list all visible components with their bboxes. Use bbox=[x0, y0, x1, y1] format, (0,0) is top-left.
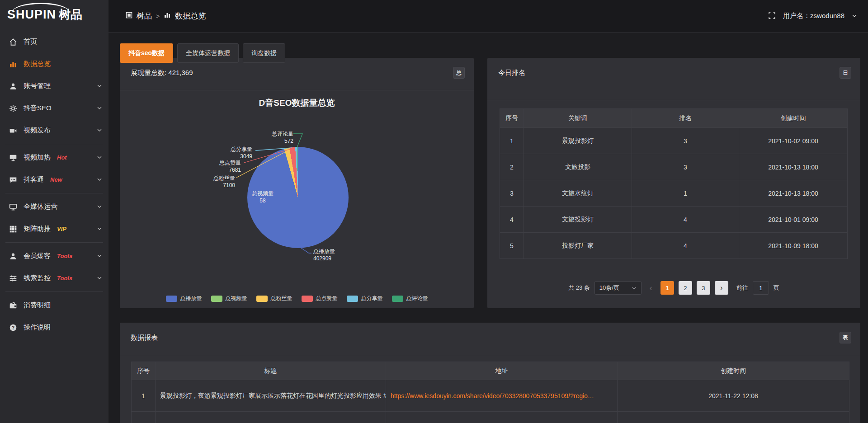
tab-inquiry-data[interactable]: 询盘数据 bbox=[243, 43, 285, 63]
video-url-link[interactable]: https://www.iesdouyin.com/share/video/70… bbox=[391, 392, 594, 400]
table-row[interactable]: 4 文旅投影灯 4 2021-10-01 09:00 bbox=[500, 207, 848, 233]
bar-chart-icon bbox=[164, 11, 171, 21]
legend-item-likes[interactable]: 总点赞量 bbox=[302, 295, 338, 302]
new-badge: New bbox=[50, 176, 62, 183]
pie-label-plays: 总播放量402909 bbox=[313, 248, 335, 262]
legend-item-fans[interactable]: 总粉丝量 bbox=[256, 295, 292, 302]
chat-bubble-icon bbox=[9, 176, 17, 184]
col-rank: 排名 bbox=[632, 109, 739, 128]
sidebar-item-media-ops[interactable]: 全媒体运营 bbox=[0, 196, 108, 218]
screen-icon bbox=[9, 154, 17, 162]
vip-badge: VIP bbox=[57, 226, 66, 232]
sidebar-item-video-heat[interactable]: 视频加热 Hot bbox=[0, 146, 108, 169]
chevron-down-icon bbox=[97, 225, 102, 233]
sidebar-divider bbox=[5, 193, 103, 193]
app-logo[interactable]: SHUPIN 树品 bbox=[0, 0, 108, 29]
sidebar-item-matrix-boost[interactable]: 矩阵助推 VIP bbox=[0, 218, 108, 240]
sidebar-item-help[interactable]: ? 操作说明 bbox=[0, 316, 108, 338]
sidebar-item-data-overview[interactable]: 数据总览 bbox=[0, 53, 108, 75]
sidebar-item-label: 操作说明 bbox=[24, 323, 51, 332]
tab-douyin-seo-data[interactable]: 抖音seo数据 bbox=[120, 43, 173, 63]
sidebar-item-douyin-seo[interactable]: 抖音SEO bbox=[0, 97, 108, 119]
breadcrumb: 树品 > 数据总览 bbox=[126, 11, 206, 21]
sidebar-item-label: 抖客通 bbox=[24, 175, 44, 184]
question-circle-icon: ? bbox=[9, 324, 17, 332]
sidebar-item-lead-monitor[interactable]: 线索监控 Tools bbox=[0, 267, 108, 289]
tab-media-ops-data[interactable]: 全媒体运营数据 bbox=[177, 43, 239, 63]
table-row[interactable]: 1 景观投影灯 3 2021-10-02 09:00 bbox=[500, 128, 848, 154]
page-button-3[interactable]: 3 bbox=[697, 281, 710, 295]
pagination: 共 23 条 10条/页 ‹ 1 2 3 › 前往 页 bbox=[487, 281, 860, 295]
user-menu-chevron-icon[interactable] bbox=[852, 12, 857, 20]
legend-swatch bbox=[256, 296, 268, 302]
col-created: 创建时间 bbox=[618, 362, 849, 380]
pie-label-fans: 总粉丝量7100 bbox=[213, 174, 235, 189]
chevron-down-icon bbox=[97, 274, 102, 282]
sidebar-divider bbox=[5, 242, 103, 243]
sidebar-item-label: 全媒体运营 bbox=[24, 202, 57, 211]
sidebar-item-video-publish[interactable]: 视频发布 bbox=[0, 119, 108, 141]
tools-badge: Tools bbox=[57, 253, 72, 259]
ranking-table: 序号 关键词 排名 创建时间 1 景观投影灯 3 2021-10-02 09:0… bbox=[500, 108, 848, 259]
grid-icon bbox=[9, 225, 17, 233]
svg-text:?: ? bbox=[12, 325, 14, 330]
legend-swatch bbox=[211, 296, 222, 302]
logo-arc-decoration bbox=[12, 3, 70, 13]
sidebar-nav: 首页 数据总览 账号管理 抖音SEO bbox=[0, 29, 108, 338]
table-header-row: 序号 标题 地址 创建时间 bbox=[132, 362, 849, 380]
ranking-panel-title: 今日排名 bbox=[498, 69, 525, 77]
sidebar-item-accounts[interactable]: 账号管理 bbox=[0, 75, 108, 97]
goto-unit-label: 页 bbox=[774, 284, 779, 292]
fullscreen-icon[interactable] bbox=[768, 12, 776, 21]
next-page-button[interactable]: › bbox=[715, 281, 728, 295]
sidebar-item-label: 抖音SEO bbox=[24, 104, 52, 113]
page-button-1[interactable]: 1 bbox=[660, 281, 674, 295]
goto-page-input[interactable] bbox=[753, 281, 769, 295]
total-count-label: 共 23 条 bbox=[568, 284, 590, 292]
table-row bbox=[132, 412, 849, 423]
col-keyword: 关键词 bbox=[524, 109, 632, 128]
bar-chart-icon bbox=[9, 60, 17, 68]
legend-swatch bbox=[302, 296, 313, 302]
table-row[interactable]: 5 投影灯厂家 4 2021-10-09 18:00 bbox=[500, 233, 848, 259]
sidebar-divider bbox=[5, 291, 103, 292]
page-size-select[interactable]: 10条/页 bbox=[594, 281, 642, 295]
total-mode-button[interactable]: 总 bbox=[453, 67, 465, 79]
breadcrumb-current: 数据总览 bbox=[175, 11, 206, 21]
sidebar-item-label: 线索监控 bbox=[24, 274, 51, 282]
sidebar-item-label: 会员爆客 bbox=[24, 252, 51, 260]
sidebar-item-douketong[interactable]: 抖客通 New bbox=[0, 169, 108, 191]
col-title: 标题 bbox=[156, 362, 386, 380]
table-mode-button[interactable]: 表 bbox=[840, 332, 851, 343]
table-row[interactable]: 1 景观投影灯，夜游景观投影灯厂家展示展示落花灯在花园里的灯光投影应用效果 # … bbox=[132, 380, 849, 412]
username-label[interactable]: 用户名：zswodun88 bbox=[783, 12, 844, 20]
chevron-down-icon bbox=[632, 286, 637, 291]
top-header: 树品 > 数据总览 用户名：zswodun88 bbox=[108, 0, 868, 33]
sidebar-item-member-burst[interactable]: 会员爆客 Tools bbox=[0, 245, 108, 267]
monitor-icon bbox=[9, 203, 17, 211]
chevron-down-icon bbox=[97, 154, 102, 162]
table-row[interactable]: 3 文旅水纹灯 1 2021-10-13 18:00 bbox=[500, 180, 848, 207]
sidebar-item-label: 数据总览 bbox=[24, 60, 51, 68]
chevron-down-icon bbox=[97, 127, 102, 135]
legend-item-plays[interactable]: 总播放量 bbox=[166, 295, 202, 302]
wallet-icon bbox=[9, 301, 17, 310]
chevron-down-icon bbox=[97, 104, 102, 113]
report-table: 序号 标题 地址 创建时间 1 景观投影灯，夜游景观投影灯厂家展示展示落花灯在花… bbox=[131, 362, 849, 423]
home-icon bbox=[9, 38, 17, 46]
prev-page-button[interactable]: ‹ bbox=[646, 283, 656, 293]
app-square-icon bbox=[126, 12, 132, 21]
sidebar-item-consumption-detail[interactable]: 消费明细 bbox=[0, 294, 108, 316]
day-mode-button[interactable]: 日 bbox=[840, 67, 851, 79]
legend-item-videos[interactable]: 总视频量 bbox=[211, 295, 247, 302]
breadcrumb-root[interactable]: 树品 bbox=[137, 11, 152, 21]
table-row[interactable]: 2 文旅投影 3 2021-10-13 18:00 bbox=[500, 154, 848, 180]
sidebar-item-home[interactable]: 首页 bbox=[0, 31, 108, 53]
legend-item-comments[interactable]: 总评论量 bbox=[392, 295, 428, 302]
report-panel-title: 数据报表 bbox=[131, 334, 158, 342]
data-report-panel: 数据报表 表 序号 标题 地址 创建时间 1 景观投影灯，夜游景观投影灯厂家展示… bbox=[120, 323, 860, 423]
legend-item-shares[interactable]: 总分享量 bbox=[347, 295, 383, 302]
page-button-2[interactable]: 2 bbox=[679, 281, 692, 295]
pie-label-shares: 总分享量3049 bbox=[231, 146, 252, 160]
col-index: 序号 bbox=[500, 109, 524, 128]
